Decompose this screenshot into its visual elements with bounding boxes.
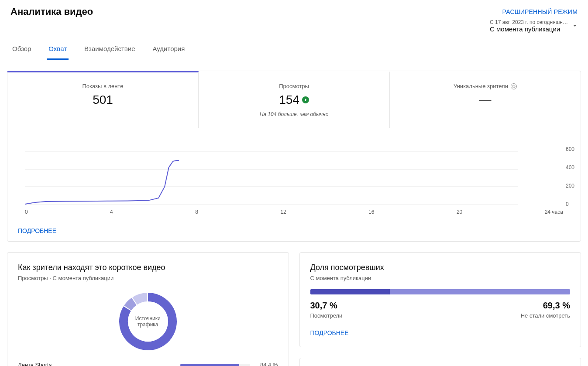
- y-tick: 0: [566, 201, 581, 207]
- line-chart: 600 400 200 0: [25, 150, 563, 206]
- tab-reach[interactable]: Охват: [47, 39, 69, 60]
- x-tick: 16: [368, 209, 374, 215]
- main-chart-card: Показы в ленте 501 Просмотры 154 На 104 …: [7, 71, 581, 242]
- watched-label: Посмотрели: [310, 312, 343, 319]
- metric-label: Показы в ленте: [13, 83, 193, 89]
- card-subtitle: Просмотры · С момента публикации: [18, 275, 278, 281]
- y-tick: 200: [566, 183, 581, 189]
- watched-bar: [310, 289, 571, 294]
- metric-label: Уникальные зрители: [454, 83, 508, 89]
- watched-share-card: Доля посмотревших С момента публикации 3…: [299, 252, 581, 347]
- x-tick: 8: [195, 209, 198, 215]
- tabs-bar: Обзор Охват Взаимодействие Аудитория: [0, 39, 588, 60]
- advanced-mode-button[interactable]: РАСШИРЕННЫЙ РЕЖИМ: [502, 8, 578, 15]
- x-tick: 24 часа: [545, 209, 563, 215]
- x-tick: 4: [110, 209, 113, 215]
- date-range-picker[interactable]: С 17 авг. 2023 г. по сегодняшн… С момент…: [490, 19, 578, 33]
- metric-tab-impressions[interactable]: Показы в ленте 501: [7, 71, 199, 128]
- y-tick: 600: [566, 146, 581, 152]
- skipped-label: Не стали смотреть: [521, 312, 570, 319]
- metric-subtext: На 104 больше, чем обычно: [204, 111, 384, 117]
- x-tick: 20: [457, 209, 462, 215]
- traffic-sources-card: Как зрители находят это короткое видео П…: [7, 252, 289, 366]
- traffic-source-pct: 84,4 %: [256, 362, 278, 366]
- metric-value: —: [395, 93, 575, 107]
- date-mode-text: С момента публикации: [490, 25, 568, 33]
- tab-overview[interactable]: Обзор: [10, 39, 33, 60]
- traffic-source-row: Лента Shorts84,4 %: [18, 362, 278, 366]
- metric-value: 154: [279, 93, 299, 107]
- watched-pct: 30,7 %: [310, 301, 343, 311]
- notifications-card: Отправленные уведомления: [299, 358, 581, 366]
- date-range-text: С 17 авг. 2023 г. по сегодняшн…: [490, 19, 568, 25]
- page-title: Аналитика видео: [10, 6, 93, 17]
- arrow-up-icon: [302, 96, 309, 103]
- donut-center-label: Источники трафика: [133, 315, 163, 328]
- metric-tab-views[interactable]: Просмотры 154 На 104 больше, чем обычно: [199, 71, 390, 128]
- donut-chart: Источники трафика: [118, 292, 178, 351]
- card-title: Как зрители находят это короткое видео: [18, 263, 278, 272]
- y-tick: 400: [566, 164, 581, 171]
- traffic-source-name: Лента Shorts: [18, 362, 174, 366]
- clock-icon: [511, 83, 517, 89]
- skipped-pct: 69,3 %: [521, 301, 570, 311]
- metric-label: Просмотры: [204, 83, 384, 89]
- tab-audience[interactable]: Аудитория: [151, 39, 186, 60]
- card-subtitle: С момента публикации: [310, 275, 571, 281]
- x-tick: 12: [280, 209, 286, 215]
- tab-engagement[interactable]: Взаимодействие: [83, 39, 137, 60]
- metric-tab-unique[interactable]: Уникальные зрители —: [390, 71, 581, 128]
- traffic-source-bar: [180, 364, 250, 366]
- more-button[interactable]: ПОДРОБНЕЕ: [7, 220, 67, 241]
- more-button[interactable]: ПОДРОБНЕЕ: [310, 319, 349, 336]
- card-title: Доля посмотревших: [310, 263, 571, 272]
- metric-value: 501: [13, 93, 193, 107]
- x-tick: 0: [25, 209, 28, 215]
- chevron-down-icon: [572, 23, 578, 30]
